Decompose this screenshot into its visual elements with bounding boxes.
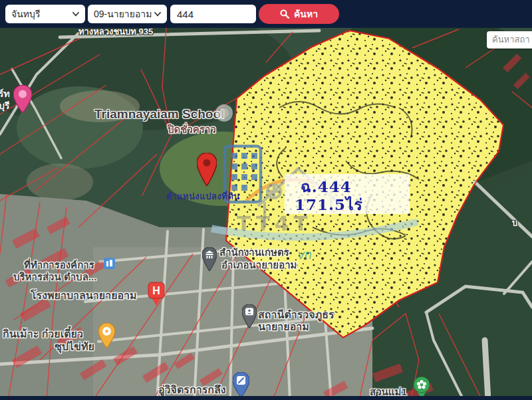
toolbar: จันทบุรี 09-นายายอาม ค้นหา [0,0,532,28]
search-button-label: ค้นหา [294,7,318,21]
garage-pin[interactable] [233,372,249,397]
poi-school-label[interactable]: Triamnayaiam School [94,107,224,122]
poi-agri-label-line2: อำเภอนายายอาม [221,257,297,273]
shop-pin-icon [13,85,32,113]
place-search-input[interactable]: ค้นหาสถา [487,31,532,49]
district-select[interactable]: 09-นายายอาม [88,5,167,23]
satellite-map[interactable]: TT4T vn ฉ.444 171.5ไร่ ตำแหน่งแปลงที่ดิน… [0,28,532,400]
province-select-value: จันทบุรี [11,7,40,21]
garage-pin-icon [233,372,249,397]
chevron-down-icon [72,12,79,17]
parcel-info-box: ฉ.444 171.5ไร่ [285,174,410,214]
district-select-value: 09-นายายอาม [94,7,152,21]
poi-sao-label-line2: บริหารส่วน ตำบล... [13,269,96,285]
poi-noodle-label-line2: ซุปไข่ทัย [55,338,94,355]
sao-building-icon[interactable] [104,258,115,269]
province-select[interactable]: จันทบุรี [5,5,85,23]
police-pin-icon [242,304,257,328]
chevron-down-icon [154,12,161,17]
police-pin[interactable] [242,304,257,328]
agri-office-pin-icon [202,247,217,271]
search-button[interactable]: ค้นหา [259,4,339,24]
noodle-pin-icon [98,323,115,348]
school-poi-icon[interactable] [215,104,233,122]
agri-office-pin[interactable] [202,247,217,271]
hospital-pin-icon: H [148,282,165,306]
bottom-bar [0,396,532,400]
noodle-pin[interactable] [98,323,115,348]
search-icon [280,9,289,19]
poi-police-label-line2: นายายอาม [258,318,309,335]
hospital-pin[interactable]: H [148,282,165,306]
shop-pin[interactable] [13,85,32,113]
parcel-number-input[interactable] [170,5,256,23]
shop-label-line2: บุรี [0,98,9,113]
poi-school-status: ปิดชั่วคราว [168,122,216,138]
parcel-pin-icon [197,153,217,186]
parcel-pin-caption: ตำแหน่งแปลงที่ดิน [166,189,240,203]
svg-text:H: H [152,285,160,296]
road-label: ทางหลวงชนบท 935 [78,28,153,39]
land-parcel-app: จันทบุรี 09-นายายอาม ค้นหา [0,0,532,400]
poi-hospital-label[interactable]: โรงพยาบาลนายายอาม [31,287,137,304]
parcel-area-text: 171.5ไร่ [295,193,363,217]
village-label: บ [512,216,517,230]
parcel-pin[interactable] [197,153,217,186]
